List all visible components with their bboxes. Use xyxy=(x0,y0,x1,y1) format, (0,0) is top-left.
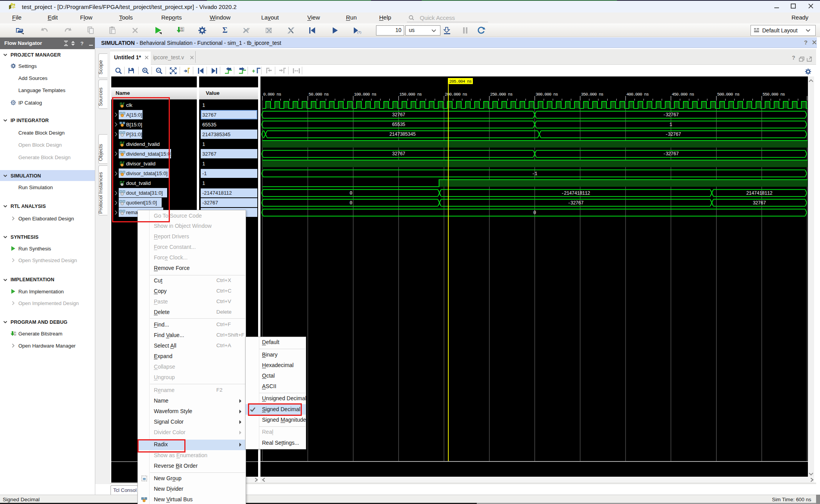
svg-text:32767: 32767 xyxy=(753,201,766,206)
svg-text:550.000 ns: 550.000 ns xyxy=(763,92,785,97)
svg-text:10: 10 xyxy=(14,334,16,336)
svg-text:-2147418112: -2147418112 xyxy=(561,191,590,196)
svg-text:-32767: -32767 xyxy=(663,112,679,118)
svg-text:350.000 ns: 350.000 ns xyxy=(581,92,603,97)
svg-text:32767: 32767 xyxy=(392,112,405,118)
svg-text:0: 0 xyxy=(349,201,352,206)
svg-text:300.000 ns: 300.000 ns xyxy=(536,92,558,97)
svg-text:65535: 65535 xyxy=(392,122,405,128)
svg-text:500.000 ns: 500.000 ns xyxy=(717,92,740,97)
svg-text:50.000 ns: 50.000 ns xyxy=(308,92,329,97)
svg-text:-1: -1 xyxy=(532,171,537,177)
svg-text:205.004 ns: 205.004 ns xyxy=(449,79,472,84)
svg-text:1: 1 xyxy=(669,122,672,128)
svg-text:-32767: -32767 xyxy=(568,201,584,206)
svg-text:10: 10 xyxy=(181,29,184,32)
svg-text:250.000 ns: 250.000 ns xyxy=(490,92,512,97)
svg-text:100.000 ns: 100.000 ns xyxy=(354,92,376,97)
svg-text:0: 0 xyxy=(349,191,352,196)
svg-text:400.000 ns: 400.000 ns xyxy=(626,92,649,97)
svg-text:450.000 ns: 450.000 ns xyxy=(672,92,694,97)
svg-text:2147385345: 2147385345 xyxy=(389,132,415,137)
svg-text:2147418112: 2147418112 xyxy=(746,191,772,196)
svg-text:-32767: -32767 xyxy=(663,151,679,157)
svg-text:0.000 ns: 0.000 ns xyxy=(263,92,281,97)
svg-text:(T): (T) xyxy=(357,30,362,34)
svg-text:0: 0 xyxy=(533,210,536,216)
svg-text:-32767: -32767 xyxy=(665,132,681,137)
svg-text:150.000 ns: 150.000 ns xyxy=(399,92,422,97)
svg-text:?: ? xyxy=(80,41,84,46)
svg-text:32767: 32767 xyxy=(392,151,405,157)
